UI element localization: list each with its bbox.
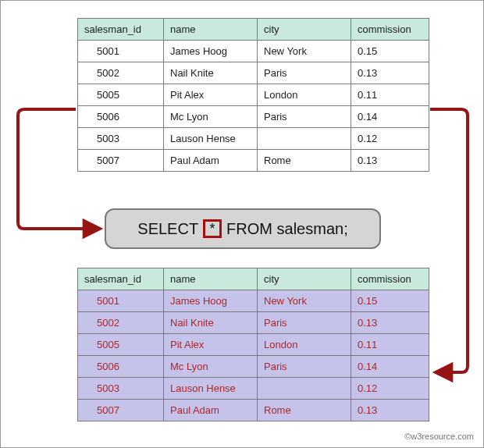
diagram-canvas: salesman_id name city commission 5001 Ja…	[0, 0, 484, 448]
cell-commission: 0.11	[351, 84, 429, 106]
cell-commission: 0.12	[351, 378, 429, 400]
table-row: 5005 Pit Alex London 0.11	[78, 334, 429, 356]
th-salesman-id: salesman_id	[78, 268, 164, 290]
cell-name: Lauson Hense	[164, 128, 258, 150]
cell-city	[258, 128, 351, 150]
cell-city: Paris	[258, 62, 351, 84]
cell-salesman-id: 5005	[78, 84, 164, 106]
cell-commission: 0.12	[351, 128, 429, 150]
cell-name: Paul Adam	[164, 400, 258, 421]
query-star-highlight: *	[203, 219, 222, 238]
cell-name: James Hoog	[164, 41, 258, 62]
cell-salesman-id: 5003	[78, 128, 164, 150]
cell-commission: 0.13	[351, 62, 429, 84]
cell-name: Mc Lyon	[164, 356, 258, 378]
cell-city: New York	[258, 290, 351, 312]
cell-city: New York	[258, 41, 351, 62]
cell-name: Lauson Hense	[164, 378, 258, 400]
cell-city: London	[258, 84, 351, 106]
th-commission: commission	[351, 268, 429, 290]
attribution-text: ©w3resource.com	[404, 432, 474, 441]
source-table: salesman_id name city commission 5001 Ja…	[77, 18, 429, 172]
cell-commission: 0.11	[351, 334, 429, 356]
cell-city: Paris	[258, 106, 351, 128]
cell-salesman-id: 5002	[78, 62, 164, 84]
cell-name: Nail Knite	[164, 312, 258, 334]
cell-city: Paris	[258, 356, 351, 378]
th-name: name	[164, 19, 258, 41]
cell-commission: 0.15	[351, 41, 429, 62]
table-row: 5003 Lauson Hense 0.12	[78, 378, 429, 400]
th-city: city	[258, 268, 351, 290]
cell-name: Nail Knite	[164, 62, 258, 84]
result-table: salesman_id name city commission 5001 Ja…	[77, 268, 429, 421]
table-header-row: salesman_id name city commission	[78, 19, 429, 41]
cell-salesman-id: 5007	[78, 150, 164, 172]
table-row: 5005 Pit Alex London 0.11	[78, 84, 429, 106]
cell-city	[258, 378, 351, 400]
query-from-clause: FROM salesman;	[226, 220, 348, 238]
arrow-source-to-result	[430, 109, 468, 372]
table-row: 5001 James Hoog New York 0.15	[78, 41, 429, 62]
cell-commission: 0.13	[351, 150, 429, 172]
th-commission: commission	[351, 19, 429, 41]
cell-name: Pit Alex	[164, 334, 258, 356]
cell-salesman-id: 5001	[78, 290, 164, 312]
table-row: 5002 Nail Knite Paris 0.13	[78, 62, 429, 84]
th-city: city	[258, 19, 351, 41]
table-row: 5007 Paul Adam Rome 0.13	[78, 150, 429, 172]
cell-name: Mc Lyon	[164, 106, 258, 128]
cell-city: Rome	[258, 150, 351, 172]
sql-query-box: SELECT * FROM salesman;	[105, 208, 381, 249]
table-header-row: salesman_id name city commission	[78, 268, 429, 290]
table-row: 5001 James Hoog New York 0.15	[78, 290, 429, 312]
table-row: 5003 Lauson Hense 0.12	[78, 128, 429, 150]
cell-name: Pit Alex	[164, 84, 258, 106]
table-row: 5002 Nail Knite Paris 0.13	[78, 312, 429, 334]
cell-city: Rome	[258, 400, 351, 421]
table-row: 5006 Mc Lyon Paris 0.14	[78, 356, 429, 378]
cell-city: Paris	[258, 312, 351, 334]
cell-commission: 0.14	[351, 106, 429, 128]
cell-salesman-id: 5006	[78, 356, 164, 378]
cell-salesman-id: 5006	[78, 106, 164, 128]
cell-salesman-id: 5001	[78, 41, 164, 62]
cell-commission: 0.14	[351, 356, 429, 378]
cell-salesman-id: 5007	[78, 400, 164, 421]
cell-name: Paul Adam	[164, 150, 258, 172]
cell-name: James Hoog	[164, 290, 258, 312]
cell-city: London	[258, 334, 351, 356]
cell-salesman-id: 5005	[78, 334, 164, 356]
cell-salesman-id: 5003	[78, 378, 164, 400]
cell-commission: 0.13	[351, 312, 429, 334]
th-salesman-id: salesman_id	[78, 19, 164, 41]
cell-commission: 0.13	[351, 400, 429, 421]
cell-salesman-id: 5002	[78, 312, 164, 334]
table-row: 5006 Mc Lyon Paris 0.14	[78, 106, 429, 128]
cell-commission: 0.15	[351, 290, 429, 312]
query-select: SELECT	[137, 220, 198, 238]
table-row: 5007 Paul Adam Rome 0.13	[78, 400, 429, 421]
th-name: name	[164, 268, 258, 290]
